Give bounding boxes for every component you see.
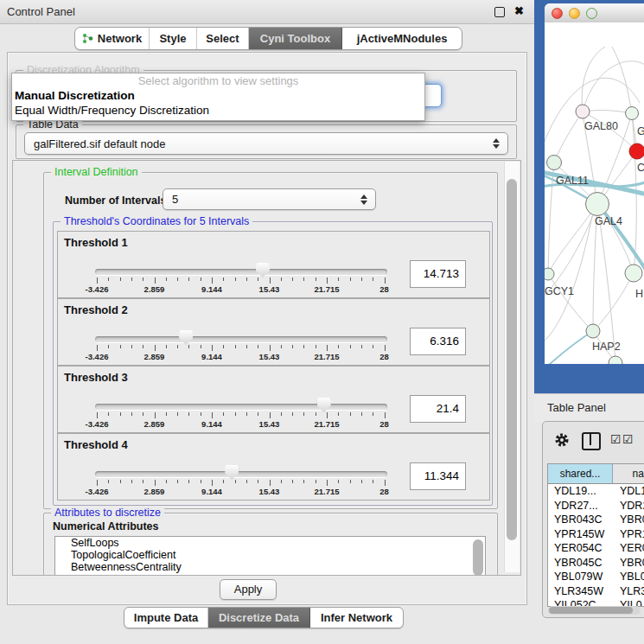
slider-tick [361, 480, 362, 483]
table-panel-titlebar: Table Panel [534, 393, 644, 422]
slider-tick [292, 277, 293, 281]
algorithm-option[interactable]: Equal Width/Frequency Discretization [12, 103, 424, 118]
network-node[interactable] [609, 356, 622, 364]
slider-tick [188, 412, 189, 416]
list-scrollbar-thumb[interactable] [473, 539, 483, 576]
tab-label: jActiveMNodules [357, 32, 448, 45]
apply-button[interactable]: Apply [220, 579, 277, 600]
slider-tick [281, 277, 282, 281]
tab-style[interactable]: Style [150, 28, 197, 49]
slider-tick [188, 480, 189, 483]
slider-tick [166, 480, 167, 483]
minimize-window-icon[interactable] [569, 8, 580, 19]
attribute-list-item[interactable]: SelfLoops [55, 537, 485, 549]
zoom-window-icon[interactable] [586, 8, 597, 19]
thresholds-group-label: Threshold's Coordinates for 5 Intervals [61, 215, 252, 227]
slider-tick [97, 277, 98, 284]
checkbox-column-icon[interactable]: ☑ [622, 432, 634, 446]
slider-tick-label: -3.426 [86, 352, 109, 361]
network-icon [82, 33, 93, 44]
split-view-icon[interactable] [582, 432, 601, 450]
network-node-gal4[interactable] [586, 193, 609, 216]
threshold-panel-4: Threshold 4-3.4262.8599.14415.4321.71528… [57, 433, 490, 501]
control-panel-titlebar: Control Panel ✖ [0, 0, 534, 24]
threshold-value-field[interactable]: 11.344 [410, 462, 466, 490]
gear-icon[interactable] [554, 432, 570, 448]
table-row[interactable]: YDL19...YDL1 [548, 484, 644, 499]
table-row[interactable]: YLR345WYLR3 [548, 584, 644, 599]
tab-network[interactable]: Network [75, 28, 150, 49]
threshold-slider-handle[interactable] [225, 465, 239, 480]
slider-tick [258, 277, 258, 281]
number-of-intervals-label: Number of Intervals [65, 194, 166, 207]
tab-select[interactable]: Select [197, 28, 249, 49]
slider-tick [177, 412, 178, 416]
network-canvas[interactable]: GAL80GACGAL11GAL4GCY1HHAP2 [545, 22, 644, 364]
network-edge [593, 273, 634, 331]
close-window-icon[interactable] [552, 8, 563, 19]
network-node-hap2[interactable] [586, 324, 600, 338]
slider-tick [120, 480, 121, 483]
threshold-slider-track[interactable] [95, 471, 387, 477]
table-row[interactable]: YBR043CYBR0 [548, 513, 644, 527]
cell-name: YPR1 [613, 527, 644, 542]
table-data-combobox[interactable]: galFiltered.sif default node [24, 132, 508, 155]
network-node-gal80[interactable] [576, 105, 590, 118]
tab-discretize-data[interactable]: Discretize Data [208, 608, 310, 628]
threshold-panel-1: Threshold 1-3.4262.8599.14415.4321.71528… [57, 231, 490, 298]
table-column-header[interactable]: name [613, 464, 644, 483]
algorithm-option[interactable]: Manual Discretization [12, 88, 424, 103]
slider-tick [131, 277, 132, 281]
threshold-value-field[interactable]: 14.713 [410, 260, 466, 288]
threshold-value-field[interactable]: 21.4 [410, 395, 466, 423]
tab-jactivemnodules[interactable]: jActiveMNodules [342, 28, 462, 49]
network-node-ga[interactable] [626, 107, 639, 120]
slider-tick [338, 345, 339, 348]
numerical-attributes-list[interactable]: SelfLoopsTopologicalCoefficientBetweenne… [54, 536, 486, 576]
table-hscrollbar[interactable] [548, 606, 641, 615]
threshold-slider-track[interactable] [95, 269, 387, 275]
interval-definition-group: Interval Definition Number of Intervals … [43, 172, 498, 509]
slider-tick [166, 277, 167, 281]
network-node-gal11[interactable] [547, 156, 562, 170]
network-node-gcy1[interactable] [545, 268, 554, 280]
combo-stepper-icon [360, 194, 367, 206]
slider-tick [385, 277, 386, 284]
threshold-slider-handle[interactable] [179, 330, 193, 345]
table-column-header[interactable]: shared... [548, 464, 613, 483]
slider-tick [385, 480, 386, 486]
control-panel-tabbar: NetworkStyleSelectCyni ToolboxjActiveMNo… [74, 27, 462, 50]
network-node-h[interactable] [625, 265, 642, 282]
tab-impute-data[interactable]: Impute Data [124, 608, 208, 628]
network-view-background: GAL80GACGAL11GAL4GCY1HHAP2 [534, 0, 644, 394]
threshold-value-field[interactable]: 6.316 [410, 328, 466, 355]
table-row[interactable]: YBR045CYBR0 [548, 556, 644, 571]
table-row[interactable]: YER054CYER0 [548, 541, 644, 556]
slider-tick [246, 345, 247, 348]
table-row[interactable]: YPR145WYPR1 [548, 527, 644, 542]
threshold-slider-track[interactable] [95, 336, 387, 342]
algorithm-popup-options: Manual DiscretizationEqual Width/Frequen… [12, 88, 424, 118]
threshold-slider-handle[interactable] [317, 398, 331, 412]
table-hscrollbar-thumb[interactable] [549, 607, 633, 614]
viewport-scrollbar[interactable] [504, 162, 520, 572]
network-node-c[interactable] [629, 143, 644, 159]
tab-cyni-toolbox[interactable]: Cyni Toolbox [249, 28, 342, 49]
slider-tick [143, 480, 143, 483]
number-of-intervals-combobox[interactable]: 5 [163, 188, 376, 210]
threshold-slider-handle[interactable] [256, 263, 270, 277]
table-row[interactable]: YBL079WYBL0 [548, 570, 644, 584]
slider-tick [108, 345, 109, 348]
table-row[interactable]: YDR27...YDR2 [548, 499, 644, 513]
threshold-slider-track[interactable] [95, 404, 387, 410]
checkbox-column-icon[interactable]: ☑ [610, 432, 622, 446]
slider-tick-label: 21.715 [314, 487, 339, 496]
slider-tick [292, 345, 293, 348]
viewport-scrollbar-thumb[interactable] [507, 179, 517, 540]
slider-tick [212, 277, 213, 284]
attribute-list-item[interactable]: TopologicalCoefficient [55, 549, 485, 561]
close-panel-icon[interactable]: ✖ [514, 4, 524, 17]
float-panel-icon[interactable] [494, 7, 505, 17]
attribute-list-item[interactable]: BetweennessCentrality [55, 561, 485, 573]
tab-infer-network[interactable]: Infer Network [310, 608, 403, 628]
